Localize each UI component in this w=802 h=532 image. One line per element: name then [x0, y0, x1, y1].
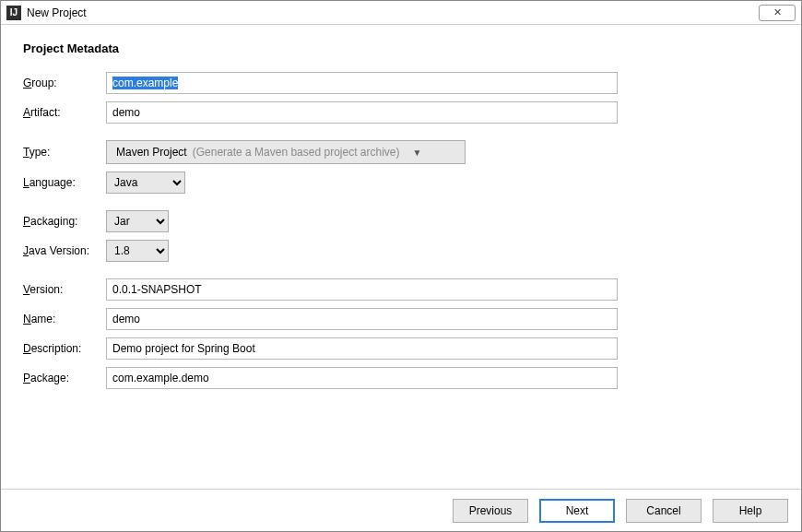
group-input[interactable] — [106, 72, 618, 94]
previous-button[interactable]: Previous — [453, 499, 528, 523]
app-icon: IJ — [6, 6, 21, 20]
version-input[interactable] — [106, 278, 618, 301]
description-label: Description: — [23, 334, 106, 363]
cancel-button[interactable]: Cancel — [626, 499, 702, 523]
form: Group: Artifact: Type: Maven Project (Ge… — [23, 68, 618, 393]
description-input[interactable] — [106, 337, 618, 360]
type-select-value: Maven Project — [116, 146, 187, 159]
chevron-down-icon: ▼ — [413, 148, 422, 158]
window-title: New Project — [27, 6, 87, 19]
type-label: Type: — [23, 136, 106, 168]
next-button[interactable]: Next — [539, 499, 615, 523]
type-select-hint: (Generate a Maven based project archive) — [193, 146, 400, 159]
name-input[interactable] — [106, 308, 618, 330]
language-label: Language: — [23, 168, 106, 197]
package-label: Package: — [23, 363, 106, 393]
close-button[interactable]: ✕ — [759, 5, 796, 21]
java-version-select[interactable]: 1.8 — [106, 240, 169, 262]
section-title: Project Metadata — [23, 41, 779, 55]
artifact-input[interactable] — [106, 101, 618, 124]
close-icon: ✕ — [773, 6, 782, 18]
footer: Previous Next Cancel Help — [1, 489, 801, 531]
group-label: Group: — [23, 68, 106, 98]
packaging-select[interactable]: Jar — [106, 210, 169, 232]
artifact-label: Artifact: — [23, 98, 106, 127]
packaging-label: Packaging: — [23, 207, 106, 236]
package-input[interactable] — [106, 367, 618, 389]
language-select[interactable]: Java — [106, 171, 185, 194]
help-button[interactable]: Help — [713, 499, 788, 523]
type-select[interactable]: Maven Project (Generate a Maven based pr… — [106, 140, 466, 164]
titlebar: IJ New Project ✕ — [1, 1, 801, 25]
content-area: Project Metadata Group: Artifact: Type: — [1, 25, 801, 393]
name-label: Name: — [23, 304, 106, 334]
java-version-label: Java Version: — [23, 236, 106, 266]
version-label: Version: — [23, 275, 106, 304]
